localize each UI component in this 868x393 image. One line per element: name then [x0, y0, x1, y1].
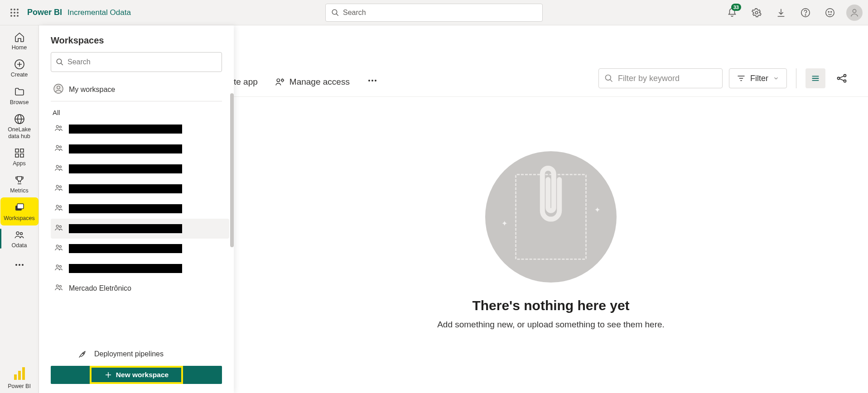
group-icon — [54, 144, 63, 154]
nav-onelake[interactable]: OneLake data hub — [2, 110, 37, 142]
workspace-search[interactable] — [51, 52, 222, 72]
svg-point-53 — [56, 265, 58, 267]
nav-apps[interactable]: Apps — [2, 144, 37, 169]
paperclip-icon — [534, 163, 568, 230]
workspace-item[interactable] — [51, 159, 229, 179]
svg-point-13 — [805, 14, 805, 15]
global-search-wrapper: Search — [325, 4, 543, 22]
svg-point-47 — [56, 205, 58, 207]
nav-odata-workspace[interactable]: Odata — [2, 226, 37, 251]
svg-point-61 — [371, 80, 373, 81]
workspace-item[interactable] — [51, 199, 229, 219]
nav-create-label: Create — [11, 72, 28, 78]
redacted-workspace-name — [69, 125, 182, 134]
filter-keyword-input[interactable]: Filter by keyword — [598, 68, 723, 88]
plus-icon — [104, 371, 112, 379]
trophy-icon — [14, 175, 25, 186]
person-icon — [849, 8, 859, 18]
nav-powerbi-label: Power BI — [8, 383, 31, 389]
help-button[interactable] — [797, 5, 814, 21]
workspace-item[interactable]: Mercado Eletrônico — [51, 278, 229, 298]
list-icon — [810, 73, 820, 83]
workspace-item[interactable] — [51, 139, 229, 159]
help-icon — [800, 8, 810, 18]
svg-rect-22 — [20, 149, 24, 152]
list-view-toggle[interactable] — [805, 68, 825, 88]
workspace-item[interactable] — [51, 119, 229, 139]
group-icon — [54, 223, 63, 234]
svg-point-54 — [59, 265, 61, 267]
filter-keyword-placeholder: Filter by keyword — [618, 74, 680, 83]
nav-onelake-label: OneLake data hub — [2, 126, 37, 139]
workspace-item[interactable] — [51, 179, 229, 199]
settings-button[interactable] — [748, 5, 765, 21]
svg-point-63 — [606, 75, 611, 81]
group-icon — [54, 203, 63, 214]
nav-home[interactable]: Home — [2, 28, 37, 53]
toolbar-more-button[interactable] — [367, 75, 378, 88]
workspace-subtitle[interactable]: Incremental Odata — [68, 8, 131, 17]
notifications-badge: 33 — [731, 4, 741, 11]
svg-point-51 — [56, 245, 58, 247]
svg-point-62 — [375, 80, 376, 81]
new-workspace-button[interactable]: New workspace — [51, 366, 222, 384]
workspace-item[interactable] — [51, 239, 229, 259]
my-workspace-item[interactable]: My workspace — [51, 78, 222, 101]
nav-browse-label: Browse — [10, 99, 29, 105]
apps-icon — [14, 148, 25, 158]
notifications-button[interactable]: 33 — [724, 5, 740, 21]
globe-icon — [14, 114, 25, 125]
workspaces-icon — [14, 202, 25, 213]
svg-rect-24 — [20, 154, 24, 157]
svg-point-6 — [10, 15, 12, 17]
scrollbar[interactable] — [230, 119, 234, 247]
people-settings-icon — [275, 77, 285, 87]
workspace-list[interactable]: Mercado Eletrônico — [39, 119, 234, 338]
svg-point-65 — [838, 77, 840, 80]
group-icon — [54, 263, 63, 274]
download-button[interactable] — [773, 5, 789, 21]
new-workspace-label: New workspace — [116, 371, 169, 379]
svg-point-50 — [59, 225, 61, 227]
plus-circle-icon — [14, 59, 25, 70]
filter-dropdown-button[interactable]: Filter — [729, 68, 787, 88]
workspace-toolbar: te app Manage access Filter by keyword F… — [234, 25, 868, 97]
workspace-item-label: Mercado Eletrônico — [69, 284, 131, 292]
global-search[interactable]: Search — [325, 4, 543, 22]
redacted-workspace-name — [69, 144, 182, 153]
person-circle-icon — [53, 84, 63, 96]
workspace-item[interactable] — [51, 259, 229, 278]
nav-workspaces[interactable]: Workspaces — [2, 199, 37, 224]
user-avatar[interactable] — [846, 5, 863, 21]
workspace-item[interactable] — [51, 219, 229, 239]
workspace-search-input[interactable] — [68, 58, 217, 66]
lineage-view-button[interactable] — [832, 68, 852, 88]
svg-point-15 — [828, 11, 829, 12]
svg-rect-21 — [15, 149, 19, 152]
app-launcher-button[interactable] — [5, 4, 24, 22]
nav-odata-label: Odata — [11, 242, 27, 249]
main-content: te app Manage access Filter by keyword F… — [234, 25, 868, 393]
svg-point-58 — [277, 79, 280, 81]
download-icon — [776, 8, 786, 18]
sparkle-icon: ✦ — [502, 219, 507, 228]
folder-icon — [14, 86, 25, 97]
more-horizontal-icon — [14, 259, 25, 270]
svg-point-67 — [844, 80, 846, 82]
nav-powerbi-link[interactable]: Power BI — [2, 361, 37, 392]
header-right: 33 — [724, 5, 863, 21]
nav-create[interactable]: Create — [2, 55, 37, 81]
nav-more[interactable] — [2, 253, 37, 278]
brand-label[interactable]: Power BI — [27, 8, 62, 17]
create-app-button-partial[interactable]: te app — [234, 77, 258, 87]
redacted-workspace-name — [69, 244, 182, 253]
nav-metrics[interactable]: Metrics — [2, 171, 37, 196]
svg-rect-34 — [22, 367, 25, 380]
manage-access-button[interactable]: Manage access — [275, 77, 350, 87]
svg-point-57 — [82, 353, 84, 354]
svg-point-4 — [14, 12, 15, 14]
svg-point-42 — [59, 146, 61, 148]
nav-browse[interactable]: Browse — [2, 83, 37, 108]
feedback-button[interactable] — [822, 5, 838, 21]
deployment-pipelines-link[interactable]: Deployment pipelines — [51, 345, 222, 366]
